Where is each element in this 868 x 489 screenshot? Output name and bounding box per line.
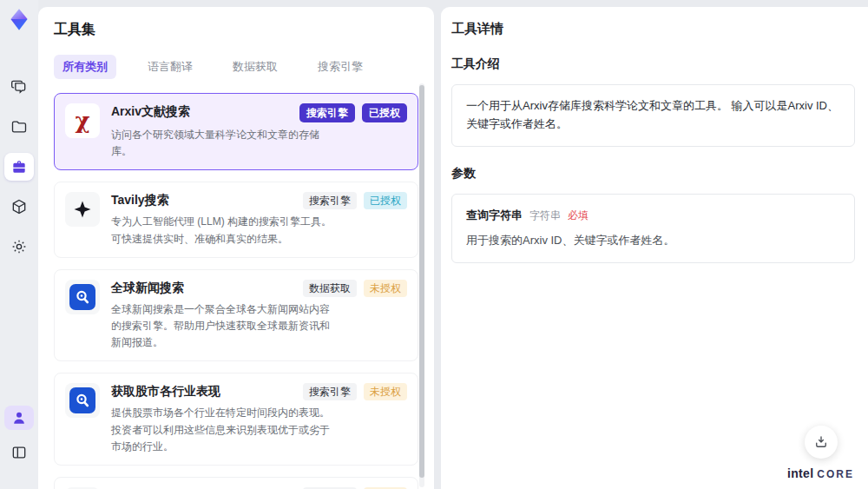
tool-category-tag: 搜索引擎 — [299, 103, 355, 122]
tool-title: 获取股市各行业表现 — [111, 383, 303, 399]
tool-card-head: 获取股市各行业表现 搜索引擎 未授权 — [111, 383, 407, 400]
tool-auth-tag: 未授权 — [364, 383, 407, 400]
tool-card[interactable]: χ — [54, 477, 418, 489]
floating-corner-area: intel CORE — [787, 426, 854, 480]
tool-icon-tile: χ — [65, 192, 100, 227]
tool-desc: 访问各个研究领域大量科学论文和文章的存储库。 — [111, 127, 339, 160]
gem-logo-icon — [6, 7, 32, 33]
tool-category-tag: 搜索引擎 — [303, 383, 357, 400]
tool-auth-tag: 已授权 — [362, 103, 407, 122]
tool-tags: 数据获取 未授权 — [303, 280, 407, 297]
sidebar-item-tools[interactable] — [4, 153, 34, 181]
tool-card-body: 获取股市各行业表现 搜索引擎 未授权 提供股票市场各个行业在特定时间段内的表现。… — [111, 383, 407, 455]
sidebar-item-packages[interactable] — [4, 193, 34, 221]
list-scrollbar[interactable] — [419, 83, 424, 487]
tool-title: Arxiv文献搜索 — [111, 103, 299, 119]
tool-icon-tile: χ — [65, 280, 100, 314]
arxiv-icon: χ — [75, 109, 89, 132]
panel-toggle-icon — [10, 444, 28, 461]
sidebar-item-chat[interactable] — [4, 73, 34, 101]
param-box: 查询字符串 字符串 必填 用于搜索的Arxiv ID、关键字或作者姓名。 — [451, 194, 855, 264]
tool-list-panel: 工具集 所有类别语言翻译数据获取搜索引擎 χ — [38, 7, 434, 489]
tab-1[interactable]: 语言翻译 — [139, 55, 201, 79]
toolbox-icon — [10, 158, 28, 175]
intro-heading: 工具介绍 — [451, 56, 855, 72]
tool-card-body: 全球新闻搜索 数据获取 未授权 全球新闻搜索是一个聚合全球各大新闻网站内容的搜索… — [111, 280, 407, 352]
tool-title: 全球新闻搜索 — [111, 280, 303, 295]
tool-card[interactable]: χ — [54, 93, 418, 170]
blue-search-icon — [69, 284, 95, 310]
tool-category-tag: 搜索引擎 — [303, 192, 357, 209]
tool-tags: 搜索引擎 已授权 — [303, 192, 407, 209]
tool-auth-tag: 未授权 — [364, 280, 407, 297]
sidebar-item-settings[interactable] — [4, 233, 34, 261]
tool-card[interactable]: χ — [54, 182, 418, 257]
chat-icon — [10, 78, 28, 96]
sidebar-item-user[interactable] — [4, 406, 34, 430]
tool-card-body: Arxiv文献搜索 搜索引擎 已授权 访问各个研究领域大量科学论文和文章的存储库… — [111, 103, 407, 160]
list-scrollbar-thumb[interactable] — [419, 85, 424, 478]
user-icon — [10, 409, 28, 426]
tool-desc: 专为人工智能代理 (LLM) 构建的搜索引擎工具。可快速提供实时、准确和真实的结… — [111, 214, 339, 247]
tool-cards-list: χ — [54, 93, 418, 489]
page-title: 工具集 — [54, 21, 418, 39]
intro-box: 一个用于从Arxiv存储库搜索科学论文和文章的工具。 输入可以是Arxiv ID… — [451, 84, 855, 147]
intel-core-logo: intel CORE — [787, 466, 854, 480]
app-sidebar — [0, 0, 38, 489]
tab-0[interactable]: 所有类别 — [54, 55, 116, 79]
tool-card[interactable]: χ — [54, 269, 418, 362]
tool-detail-panel: 工具详情 工具介绍 一个用于从Arxiv存储库搜索科学论文和文章的工具。 输入可… — [441, 7, 868, 489]
cube-icon — [10, 198, 28, 215]
param-row: 查询字符串 字符串 必填 — [466, 207, 840, 225]
param-desc: 用于搜索的Arxiv ID、关键字或作者姓名。 — [466, 232, 840, 250]
param-type: 字符串 — [529, 208, 561, 224]
download-icon — [813, 434, 829, 450]
sidebar-item-files[interactable] — [4, 113, 34, 141]
tool-desc: 全球新闻搜索是一个聚合全球各大新闻网站内容的搜索引擎。帮助用户快速获取全球最新资… — [111, 301, 339, 352]
sparkle-icon — [72, 199, 93, 220]
intel-wordmark: intel — [787, 466, 813, 480]
core-wordmark: CORE — [817, 468, 854, 480]
folder-icon — [10, 118, 28, 135]
tool-tags: 搜索引擎 已授权 — [299, 103, 407, 122]
tool-icon-tile: χ — [65, 103, 100, 138]
tool-desc: 提供股票市场各个行业在特定时间段内的表现。投资者可以利用这些信息来识别表现优于或… — [111, 405, 339, 455]
tool-card-head: 全球新闻搜索 数据获取 未授权 — [111, 280, 407, 297]
tool-card-body: Tavily搜索 搜索引擎 已授权 专为人工智能代理 (LLM) 构建的搜索引擎… — [111, 192, 407, 247]
tool-title: Tavily搜索 — [111, 192, 303, 208]
params-heading: 参数 — [451, 166, 855, 182]
tool-icon-tile: χ — [65, 383, 100, 418]
tool-card[interactable]: χ — [54, 373, 418, 466]
tool-category-tag: 数据获取 — [303, 280, 357, 297]
tool-auth-tag: 已授权 — [364, 192, 407, 209]
tab-2[interactable]: 数据获取 — [224, 55, 286, 79]
sidebar-item-collapse[interactable] — [4, 439, 34, 466]
tool-tags: 搜索引擎 未授权 — [303, 383, 407, 400]
tab-3[interactable]: 搜索引擎 — [309, 55, 372, 79]
detail-title: 工具详情 — [451, 21, 855, 37]
main-area: 工具集 所有类别语言翻译数据获取搜索引擎 χ — [38, 7, 868, 489]
param-required-badge: 必填 — [568, 208, 589, 224]
tool-card-head: Arxiv文献搜索 搜索引擎 已授权 — [111, 103, 407, 122]
param-name: 查询字符串 — [466, 207, 523, 225]
category-tabs: 所有类别语言翻译数据获取搜索引擎 — [54, 55, 418, 79]
settings-icon — [10, 238, 28, 255]
blue-search-icon — [69, 387, 95, 413]
download-button[interactable] — [805, 426, 838, 459]
tool-card-head: Tavily搜索 搜索引擎 已授权 — [111, 192, 407, 209]
